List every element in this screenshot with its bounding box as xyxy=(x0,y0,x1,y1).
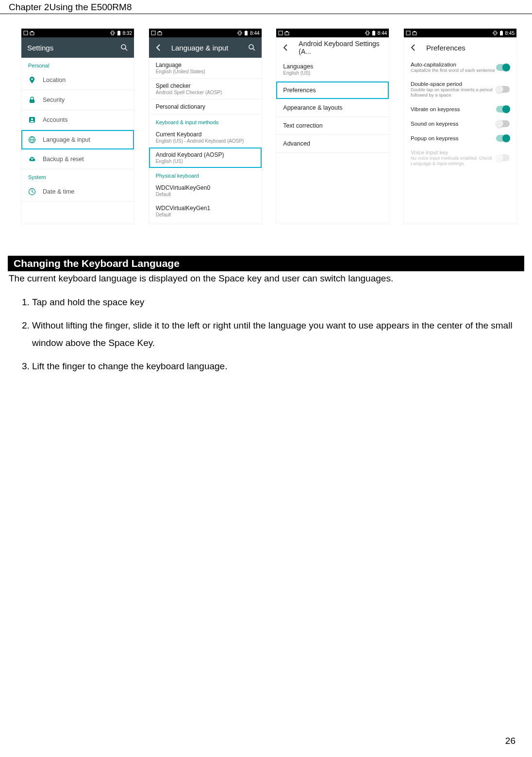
section-personal: Personal xyxy=(21,58,134,70)
row-spell-checker[interactable]: Spell checkerAndroid Spell Checker (AOSP… xyxy=(149,79,262,99)
svg-rect-24 xyxy=(245,31,248,35)
back-button[interactable] xyxy=(410,44,417,51)
intro-text: The current keyboard language is display… xyxy=(0,271,532,291)
section-heading: Changing the Keyboard Language xyxy=(8,256,524,271)
section-physical-kbd: Physical keyboard xyxy=(149,168,262,181)
screenshot-settings: 8:32 Settings Personal Location Security… xyxy=(21,29,134,224)
row-accounts[interactable]: Accounts xyxy=(21,110,134,130)
row-virtual-keygen1[interactable]: WDCVirtualKeyGen1Default xyxy=(149,201,262,221)
svg-rect-30 xyxy=(286,31,288,32)
row-current-keyboard[interactable]: Current KeyboardEnglish (US) - Android K… xyxy=(149,127,262,148)
screenshot-preferences: 8:45 Preferences Auto-capitalizationCapi… xyxy=(404,29,516,224)
svg-rect-38 xyxy=(414,31,416,32)
row-popup-keypress[interactable]: Popup on keypress xyxy=(404,131,516,146)
toggle-vibrate[interactable] xyxy=(496,106,510,113)
status-bar: 8:45 xyxy=(404,29,516,37)
svg-rect-0 xyxy=(24,31,28,35)
row-date-time[interactable]: Date & time xyxy=(21,182,134,202)
svg-rect-6 xyxy=(117,31,120,35)
screenshot-icon xyxy=(412,31,417,35)
toggle-voice-input xyxy=(496,154,510,161)
vibrate-icon xyxy=(237,31,242,35)
svg-rect-43 xyxy=(501,31,502,31)
row-text-correction[interactable]: Text correction xyxy=(276,117,389,135)
row-auto-capitalization[interactable]: Auto-capitalizationCapitalize the first … xyxy=(404,58,516,77)
svg-point-26 xyxy=(249,45,253,49)
status-time: 8:32 xyxy=(123,31,132,36)
svg-rect-3 xyxy=(112,31,114,35)
svg-rect-36 xyxy=(406,31,410,35)
row-location[interactable]: Location xyxy=(21,70,134,90)
globe-icon xyxy=(28,136,36,144)
vibrate-icon xyxy=(365,31,370,35)
row-preferences[interactable]: Preferences xyxy=(276,82,389,99)
toggle-popup[interactable] xyxy=(496,135,510,142)
svg-rect-39 xyxy=(494,31,496,35)
row-android-keyboard-aosp[interactable]: Android Keyboard (AOSP)English (US) xyxy=(149,148,262,168)
step-2: Without lifting the finger, slide it to … xyxy=(32,314,513,355)
row-label: Language & input xyxy=(43,136,90,143)
app-bar: Language & input xyxy=(149,37,262,58)
screenshot-language-input: 8:44 Language & input LanguageEnglish (U… xyxy=(149,29,262,224)
back-button[interactable] xyxy=(282,44,290,51)
preferences-list: Auto-capitalizationCapitalize the first … xyxy=(404,58,516,224)
svg-rect-21 xyxy=(239,31,241,35)
row-advanced[interactable]: Advanced xyxy=(276,135,389,153)
vibrate-icon xyxy=(110,31,115,35)
row-personal-dictionary[interactable]: Personal dictionary xyxy=(149,99,262,115)
row-appearance-layouts[interactable]: Appearance & layouts xyxy=(276,99,389,117)
svg-rect-34 xyxy=(372,31,375,35)
row-sound-keypress[interactable]: Sound on keypress xyxy=(404,116,516,131)
back-button[interactable] xyxy=(155,44,163,51)
app-bar: Settings xyxy=(21,37,134,58)
screenshot-icon xyxy=(30,31,34,35)
toggle-auto-caps[interactable] xyxy=(496,64,510,71)
search-icon[interactable] xyxy=(120,44,128,51)
app-title: Preferences xyxy=(426,44,511,52)
svg-point-13 xyxy=(31,118,33,120)
svg-rect-29 xyxy=(285,32,289,35)
status-bar: 8:32 xyxy=(21,29,134,37)
step-1: Tap and hold the space key xyxy=(32,291,513,314)
row-language-input[interactable]: Language & input xyxy=(21,130,134,149)
svg-rect-19 xyxy=(158,32,162,35)
row-language[interactable]: LanguageEnglish (United States) xyxy=(149,58,262,79)
row-vibrate-keypress[interactable]: Vibrate on keypress xyxy=(404,102,516,116)
row-virtual-keygen0[interactable]: WDCVirtualKeyGen0Default xyxy=(149,181,262,201)
app-title: Settings xyxy=(27,44,120,52)
app-bar: Android Keyboard Settings (A... xyxy=(276,37,389,58)
row-label: Date & time xyxy=(43,188,74,195)
status-bar: 8:44 xyxy=(149,29,262,37)
screenshots-row: 8:32 Settings Personal Location Security… xyxy=(0,14,532,229)
status-time: 8:45 xyxy=(505,31,515,36)
row-languages[interactable]: LanguagesEnglish (US) xyxy=(276,58,389,82)
app-title: Android Keyboard Settings (A... xyxy=(299,40,383,55)
search-icon[interactable] xyxy=(248,44,256,51)
recent-apps-icon xyxy=(23,31,28,35)
row-label: Backup & reset xyxy=(43,156,84,163)
location-icon xyxy=(28,76,36,84)
kbd-settings-list: LanguagesEnglish (US) Preferences Appear… xyxy=(276,58,389,224)
row-label: Location xyxy=(43,77,66,83)
battery-icon xyxy=(371,31,376,35)
row-double-space-period[interactable]: Double-space periodDouble tap on spaceba… xyxy=(404,77,516,102)
battery-icon xyxy=(116,31,121,35)
chapter-header: Chapter 2Using the E500RM8 xyxy=(0,0,532,14)
svg-rect-28 xyxy=(279,31,283,35)
svg-rect-20 xyxy=(159,31,161,32)
svg-rect-1 xyxy=(30,32,34,35)
svg-point-8 xyxy=(121,45,126,49)
svg-rect-18 xyxy=(151,31,155,35)
row-security[interactable]: Security xyxy=(21,90,134,110)
clock-icon xyxy=(28,188,36,196)
backup-icon xyxy=(28,155,36,163)
svg-line-27 xyxy=(253,49,255,50)
toggle-sound[interactable] xyxy=(496,120,510,127)
battery-icon xyxy=(244,31,249,35)
svg-rect-25 xyxy=(246,31,247,31)
toggle-double-space[interactable] xyxy=(496,86,510,93)
row-backup-reset[interactable]: Backup & reset xyxy=(21,149,134,169)
row-label: Accounts xyxy=(43,116,67,123)
account-icon xyxy=(28,116,36,124)
svg-rect-35 xyxy=(373,31,374,31)
